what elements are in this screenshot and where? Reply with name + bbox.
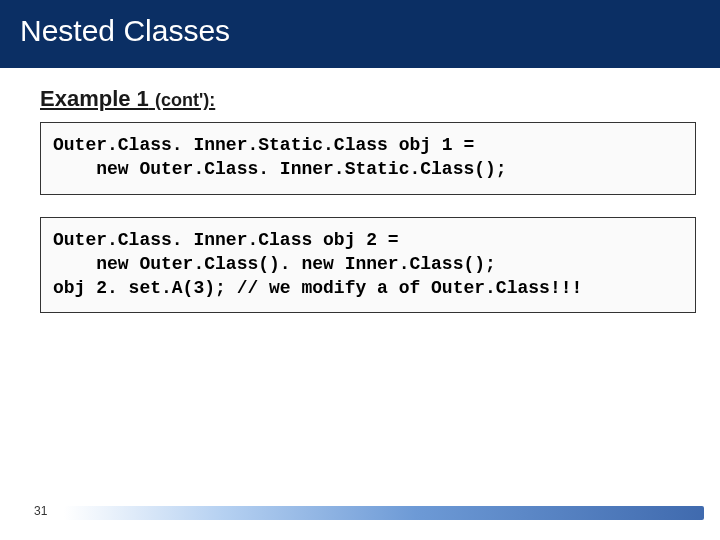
slide-body: Example 1 (cont'): Outer.Class. Inner.St… — [0, 68, 720, 313]
page-number: 31 — [34, 504, 47, 518]
slide-title: Nested Classes — [20, 14, 230, 47]
example-heading: Example 1 (cont'): — [40, 86, 696, 112]
code-block-2: Outer.Class. Inner.Class obj 2 = new Out… — [40, 217, 696, 314]
footer: 31 — [0, 498, 720, 520]
example-heading-suffix: (cont'): — [155, 90, 215, 110]
footer-gradient — [64, 506, 704, 520]
title-bar: Nested Classes — [0, 0, 720, 68]
example-heading-main: Example 1 — [40, 86, 149, 111]
code-block-1: Outer.Class. Inner.Static.Class obj 1 = … — [40, 122, 696, 195]
slide: Nested Classes Example 1 (cont'): Outer.… — [0, 0, 720, 540]
